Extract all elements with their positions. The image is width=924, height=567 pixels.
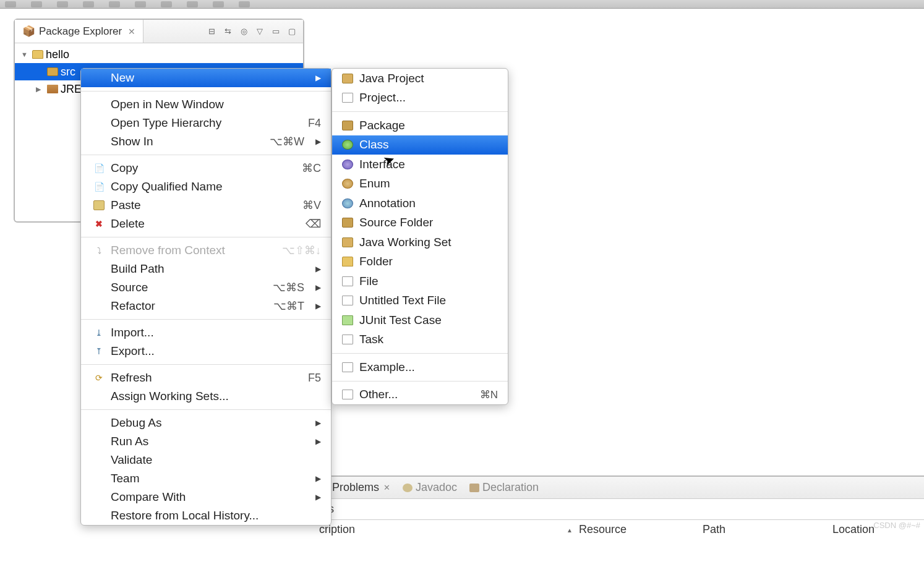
watermark: CSDN @#~# <box>873 521 920 530</box>
submenu-example[interactable]: Example... <box>332 357 508 377</box>
toolbar-icon[interactable] <box>5 1 16 7</box>
maximize-icon[interactable]: ▢ <box>286 26 298 37</box>
menu-run-as[interactable]: Run As ▶ <box>81 432 331 451</box>
submenu-project[interactable]: Project... <box>332 88 508 108</box>
new-submenu: Java Project Project... Package Class In… <box>332 68 508 405</box>
declaration-icon <box>469 484 479 492</box>
toolbar-icon[interactable] <box>57 1 68 7</box>
expand-icon[interactable]: ▶ <box>36 85 45 93</box>
submenu-arrow-icon: ▶ <box>315 474 321 483</box>
explorer-header: 📦 Package Explorer ✕ ⊟ ⇆ ◎ ▽ ▭ ▢ <box>15 20 303 43</box>
submenu-annotation[interactable]: Annotation <box>332 194 508 213</box>
submenu-task[interactable]: Task <box>332 330 508 350</box>
menu-copy-qualified[interactable]: 📄 Copy Qualified Name <box>81 177 331 196</box>
expand-icon[interactable]: ▼ <box>21 51 30 58</box>
submenu-interface[interactable]: Interface <box>332 155 508 174</box>
menu-show-in[interactable]: Show In ⌥⌘W ▶ <box>81 132 331 151</box>
menu-import[interactable]: ⤓ Import... <box>81 323 331 342</box>
submenu-package[interactable]: Package <box>332 116 508 135</box>
menu-team[interactable]: Team ▶ <box>81 469 331 488</box>
submenu-arrow-icon: ▶ <box>315 419 321 427</box>
blank-icon <box>93 137 105 147</box>
tab-javadoc[interactable]: Javadoc <box>403 481 457 494</box>
col-path[interactable]: Path <box>703 523 808 536</box>
menu-remove-context: ⤵ Remove from Context ⌥⇧⌘↓ <box>81 241 331 260</box>
submenu-file[interactable]: File <box>332 271 508 291</box>
tree-node-project[interactable]: ▼ hello <box>15 46 303 63</box>
explorer-toolbar: ⊟ ⇆ ◎ ▽ ▭ ▢ <box>205 26 303 37</box>
menu-open-new-window[interactable]: Open in New Window <box>81 95 331 114</box>
submenu-class[interactable]: Class <box>332 135 508 155</box>
close-icon[interactable]: ✕ <box>383 483 390 492</box>
blank-icon <box>93 474 105 484</box>
other-icon <box>342 390 353 399</box>
menu-refactor[interactable]: Refactor ⌥⌘T ▶ <box>81 297 331 315</box>
menu-copy[interactable]: 📄 Copy ⌘C <box>81 159 331 177</box>
toolbar-icon[interactable] <box>239 1 250 7</box>
collapse-button[interactable]: ⊟ <box>205 26 218 37</box>
submenu-enum[interactable]: Enum <box>332 174 508 194</box>
link-button[interactable]: ⇆ <box>221 26 234 37</box>
menu-separator <box>81 91 331 92</box>
submenu-folder[interactable]: Folder <box>332 252 508 272</box>
remove-icon: ⤵ <box>93 245 105 255</box>
toolbar-icon[interactable] <box>31 1 42 7</box>
col-description[interactable]: cription <box>319 523 554 536</box>
toolbar-icon[interactable] <box>213 1 224 7</box>
menu-delete[interactable]: ✖ Delete ⌫ <box>81 215 331 233</box>
toolbar-icon[interactable] <box>135 1 146 7</box>
menu-new[interactable]: New ▶ <box>81 69 331 87</box>
menu-restore-history[interactable]: Restore from Local History... <box>81 506 331 525</box>
focus-button[interactable]: ◎ <box>237 26 250 37</box>
blank-icon <box>93 118 105 128</box>
menu-export[interactable]: ⤒ Export... <box>81 342 331 360</box>
menu-open-type-hierarchy[interactable]: Open Type Hierarchy F4 <box>81 114 331 132</box>
menu-separator <box>81 237 331 237</box>
copy-icon: 📄 <box>93 182 105 192</box>
blank-icon <box>93 264 105 274</box>
menu-separator <box>332 353 508 354</box>
class-icon <box>342 140 353 150</box>
blank-icon <box>93 437 105 446</box>
src-folder-icon <box>47 67 58 76</box>
menu-compare-with[interactable]: Compare With ▶ <box>81 488 331 506</box>
submenu-junit[interactable]: JUnit Test Case <box>332 310 508 330</box>
bottom-panel: Problems ✕ Javadoc Declaration ms cripti… <box>309 475 924 567</box>
source-folder-icon <box>342 218 353 228</box>
menu-validate[interactable]: Validate <box>81 451 331 469</box>
tab-declaration[interactable]: Declaration <box>469 481 539 494</box>
toolbar-icon[interactable] <box>83 1 94 7</box>
package-icon <box>342 121 353 130</box>
col-resource[interactable]: ▲ Resource <box>579 523 678 536</box>
menu-paste[interactable]: Paste ⌘V <box>81 196 331 215</box>
toolbar-icon[interactable] <box>109 1 120 7</box>
src-label: src <box>61 66 75 79</box>
view-menu-icon[interactable]: ▽ <box>254 26 266 37</box>
toolbar-icon[interactable] <box>187 1 198 7</box>
minimize-icon[interactable]: ▭ <box>270 26 282 37</box>
menu-debug-as[interactable]: Debug As ▶ <box>81 414 331 432</box>
folder-icon <box>342 257 353 266</box>
submenu-java-project[interactable]: Java Project <box>332 69 508 88</box>
menu-refresh[interactable]: ⟳ Refresh F5 <box>81 369 331 387</box>
submenu-arrow-icon: ▶ <box>315 493 321 501</box>
blank-icon <box>93 492 105 502</box>
submenu-untitled-text-file[interactable]: Untitled Text File <box>332 291 508 311</box>
explorer-tab[interactable]: 📦 Package Explorer ✕ <box>15 20 143 43</box>
toolbar-icon[interactable] <box>161 1 172 7</box>
menu-assign-working-sets[interactable]: Assign Working Sets... <box>81 387 331 406</box>
col-location[interactable]: Location <box>832 523 875 536</box>
refresh-icon: ⟳ <box>93 373 105 383</box>
annotation-icon <box>342 198 353 208</box>
menu-build-path[interactable]: Build Path ▶ <box>81 260 331 278</box>
menu-separator <box>81 409 331 410</box>
submenu-java-working-set[interactable]: Java Working Set <box>332 232 508 252</box>
submenu-other[interactable]: Other... ⌘N <box>332 385 508 405</box>
java-project-icon <box>342 74 353 83</box>
menu-source[interactable]: Source ⌥⌘S ▶ <box>81 278 331 297</box>
blank-icon <box>93 100 105 109</box>
interface-icon <box>342 160 353 169</box>
submenu-arrow-icon: ▶ <box>315 283 321 292</box>
close-icon[interactable]: ✕ <box>128 27 135 36</box>
submenu-source-folder[interactable]: Source Folder <box>332 213 508 233</box>
